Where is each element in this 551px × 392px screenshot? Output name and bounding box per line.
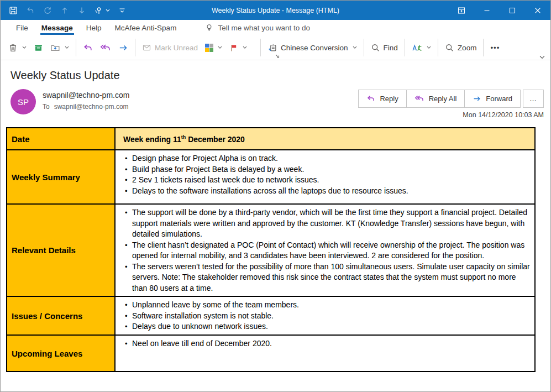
tags-dialog-launcher-icon[interactable] xyxy=(275,54,280,59)
bullet-item: •Delays due to unknown network issues. xyxy=(116,321,530,332)
bullet-item: •The servers weren’t tested for the poss… xyxy=(116,262,530,294)
bullet-item: •The support will be done by a third-par… xyxy=(116,207,530,240)
sender-avatar[interactable]: SP xyxy=(11,89,36,114)
more-commands-button[interactable]: ••• xyxy=(490,44,500,52)
row-label: Upcoming Leaves xyxy=(7,335,115,372)
bullet-item: •Design phase for Project Alpha is on tr… xyxy=(116,153,530,164)
message-pane: Weekly Status Update SP swapnil@techno-p… xyxy=(1,69,550,372)
lightbulb-icon xyxy=(205,23,213,32)
row-label: Relevant Details xyxy=(7,204,115,296)
bullet-list: •Neel on leave till end of December 2020… xyxy=(116,338,530,349)
table-row: Weekly Summary•Design phase for Project … xyxy=(7,150,535,204)
status-table-body: DateWeek ending 11th December 2020Weekly… xyxy=(7,128,535,372)
window-controls xyxy=(449,1,550,20)
zoom-button[interactable]: Zoom xyxy=(445,43,477,53)
categorize-button[interactable] xyxy=(205,44,222,52)
ribbon-separator xyxy=(364,39,364,56)
chinese-conversion-button[interactable]: Chinese Conversion xyxy=(267,43,357,53)
ribbon-separator xyxy=(135,39,135,56)
mark-unread-label: Mark Unread xyxy=(155,44,198,52)
bullet-list: •Unplanned leave by some of the team mem… xyxy=(116,300,530,332)
ribbon-separator xyxy=(405,39,405,56)
reply-all-label: Reply All xyxy=(429,95,457,103)
translate-dropdown-icon[interactable] xyxy=(427,46,431,49)
undo-icon xyxy=(26,6,35,15)
table-row: Upcoming Leaves•Neel on leave till end o… xyxy=(7,335,535,372)
chinese-conversion-label: Chinese Conversion xyxy=(281,44,348,52)
ribbon-separator xyxy=(438,39,438,56)
redo-icon xyxy=(43,6,52,15)
tell-me-label: Tell me what you want to do xyxy=(218,24,310,32)
received-timestamp: Mon 14/12/2020 10:03 AM xyxy=(359,111,544,119)
ribbon-separator xyxy=(483,39,484,56)
move-to-folder-button[interactable] xyxy=(50,43,69,53)
categorize-icon xyxy=(205,44,213,52)
status-table: DateWeek ending 11th December 2020Weekly… xyxy=(6,127,536,372)
table-row: DateWeek ending 11th December 2020 xyxy=(7,128,535,150)
reply-all-button[interactable]: Reply All xyxy=(406,90,465,108)
bullet-item: •2 Sev 1 tickets raised last week due to… xyxy=(116,175,530,186)
delete-button[interactable] xyxy=(8,43,27,53)
more-actions-button[interactable]: … xyxy=(523,90,544,108)
tell-me-box[interactable]: Tell me what you want to do xyxy=(205,23,310,32)
to-label: To xyxy=(43,103,50,111)
customize-qat-icon[interactable] xyxy=(118,7,126,14)
ribbon-separator xyxy=(260,39,261,56)
tab-mcafee-anti-spam[interactable]: McAfee Anti-Spam xyxy=(108,20,183,35)
close-button[interactable] xyxy=(525,1,550,20)
zoom-label: Zoom xyxy=(458,44,477,52)
row-content: •Design phase for Project Alpha is on tr… xyxy=(115,150,535,204)
tab-file[interactable]: File xyxy=(9,20,35,35)
row-content: Week ending 11th December 2020 xyxy=(115,128,535,150)
find-button[interactable]: Find xyxy=(371,43,398,53)
bullet-item: •The client hasn’t designated a POC (Poi… xyxy=(116,240,530,262)
find-label: Find xyxy=(384,44,398,52)
recipient-line: To swapnil@techno-pm.com xyxy=(43,103,129,111)
maximize-button[interactable] xyxy=(500,1,525,20)
row-content: •Neel on leave till end of December 2020… xyxy=(115,335,535,372)
delete-dropdown-icon[interactable] xyxy=(22,46,27,49)
reply-all-ribbon-button[interactable] xyxy=(100,43,111,53)
quick-access-toolbar xyxy=(9,6,126,15)
row-label: Date xyxy=(7,128,115,150)
bullet-item: •Delays to the software installations ac… xyxy=(116,186,530,197)
ribbon-separator xyxy=(76,39,76,56)
chinese-conversion-dropdown-icon[interactable] xyxy=(353,46,357,49)
collapse-ribbon-icon[interactable] xyxy=(539,55,545,59)
move-to-dropdown-icon[interactable] xyxy=(65,46,69,49)
message-actions: Reply Reply All Forward … Mon 14/12/2020… xyxy=(359,90,544,119)
message-subject: Weekly Status Update xyxy=(11,69,550,82)
row-content: •The support will be done by a third-par… xyxy=(115,204,535,296)
archive-button[interactable] xyxy=(34,43,43,53)
ribbon-display-options-button[interactable] xyxy=(449,1,474,20)
reply-label: Reply xyxy=(380,95,398,103)
bullet-item: •Neel on leave till end of December 2020… xyxy=(116,338,530,349)
tab-strip: FileMessageHelpMcAfee Anti-Spam xyxy=(9,20,183,35)
reply-button[interactable]: Reply xyxy=(358,90,406,108)
to-recipient[interactable]: swapnil@techno-pm.com xyxy=(54,103,129,111)
follow-up-button[interactable] xyxy=(229,43,247,53)
row-label: Issues / Concerns xyxy=(7,296,115,335)
save-icon[interactable] xyxy=(9,6,18,15)
table-row: Relevant Details•The support will be don… xyxy=(7,204,535,296)
sender-email[interactable]: swapnil@techno-pm.com xyxy=(43,91,129,100)
tab-help[interactable]: Help xyxy=(80,20,108,35)
follow-up-dropdown-icon[interactable] xyxy=(243,46,247,49)
ribbon-tabs: FileMessageHelpMcAfee Anti-Spam Tell me … xyxy=(1,20,550,35)
touch-mode-icon[interactable] xyxy=(95,6,110,15)
bullet-list: •Design phase for Project Alpha is on tr… xyxy=(116,153,530,196)
translate-button[interactable] xyxy=(412,43,431,53)
move-down-icon xyxy=(77,6,86,15)
outlook-message-window: Weekly Status Update - Message (HTML) Fi… xyxy=(0,0,551,392)
minimize-button[interactable] xyxy=(474,1,500,20)
tab-message[interactable]: Message xyxy=(35,20,80,35)
titlebar: Weekly Status Update - Message (HTML) xyxy=(1,1,550,20)
forward-ribbon-button[interactable] xyxy=(118,43,128,53)
forward-button[interactable]: Forward xyxy=(464,90,521,108)
mark-unread-button: Mark Unread xyxy=(142,43,198,52)
bullet-item: •Software installation system is not sta… xyxy=(116,311,530,322)
move-up-icon xyxy=(60,6,69,15)
bullet-item: •Unplanned leave by some of the team mem… xyxy=(116,300,530,311)
reply-ribbon-button[interactable] xyxy=(83,43,93,53)
categorize-dropdown-icon[interactable] xyxy=(218,46,222,49)
